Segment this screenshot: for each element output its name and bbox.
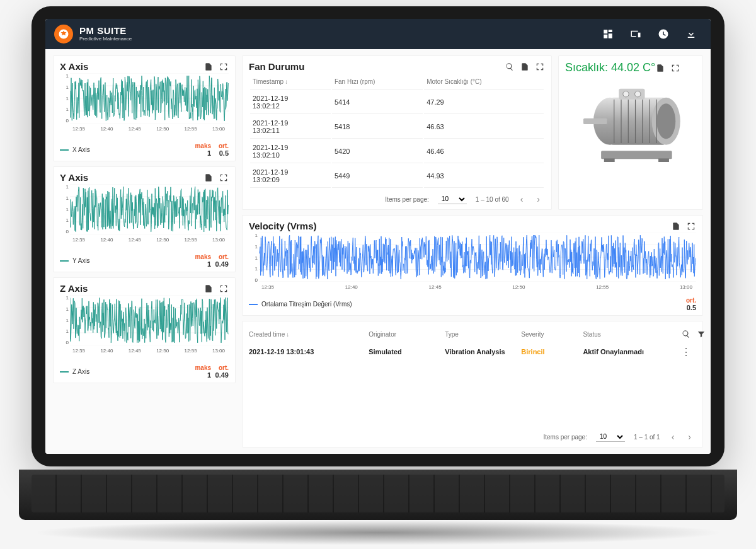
fullscreen-icon[interactable] — [219, 284, 229, 294]
z-axis-chart: 11110 12:3512:4012:4512:5012:5513:00 — [60, 295, 229, 363]
prev-page-icon[interactable]: ‹ — [518, 194, 526, 204]
z-axis-title: Z Axis — [60, 283, 203, 294]
svg-point-31 — [635, 91, 641, 97]
velocity-legend: Ortalama Titreşim Değeri (Vrms) — [261, 301, 352, 308]
legend-swatch — [60, 371, 69, 373]
severity-badge: Birincil — [521, 342, 579, 362]
topbar: PM SUITE Predictive Maintenance — [45, 19, 711, 49]
dashboard-content: X Axis 11110 12:3512:4012:4512:5012:5513… — [45, 49, 711, 454]
alarms-card: Created time↓ Originator Type Severity S… — [242, 321, 703, 448]
app-title: PM SUITE — [79, 26, 132, 37]
alarms-pager: Items per page: 10 1 – 1 of 1 ‹ › — [249, 427, 696, 443]
y-axis-title: Y Axis — [60, 172, 203, 183]
legend-swatch — [60, 260, 69, 262]
left-column: X Axis 11110 12:3512:4012:4512:5012:5513… — [53, 55, 236, 448]
velocity-title: Velocity (Vrms) — [249, 221, 671, 231]
fullscreen-icon[interactable] — [219, 173, 229, 183]
col-type[interactable]: Type — [445, 331, 517, 338]
x-axis-chart: 11110 12:3512:4012:4512:5012:5513:00 — [60, 73, 229, 141]
search-icon[interactable] — [681, 329, 691, 339]
export-icon[interactable] — [203, 284, 214, 294]
tablet-frame: PM SUITE Predictive Maintenance X Axis — [32, 6, 724, 466]
download-icon[interactable] — [684, 27, 698, 41]
y-axis-card: Y Axis 11110 12:3512:4012:4512:5012:5513… — [53, 166, 236, 272]
right-column: Fan Durumu Timestamp↓ Fan Hızı (rpm) Mot… — [242, 55, 703, 448]
col-temp[interactable]: Motor Sıcaklığı (°C) — [424, 74, 544, 90]
svg-point-30 — [623, 91, 629, 97]
svg-rect-15 — [601, 151, 672, 159]
x-axis-title: X Axis — [60, 61, 203, 72]
export-icon[interactable] — [203, 62, 214, 72]
export-icon[interactable] — [520, 62, 530, 72]
table-row[interactable]: 2021-12-1913:02:09544944.93 — [250, 165, 544, 188]
devices-icon[interactable] — [629, 27, 643, 41]
page-size-select[interactable]: 10 — [438, 194, 467, 204]
next-page-icon[interactable]: › — [685, 432, 694, 442]
fullscreen-icon[interactable] — [535, 62, 545, 72]
table-row[interactable]: 2021-12-1913:02:12541447.29 — [250, 91, 544, 114]
filter-icon[interactable] — [696, 329, 706, 339]
fullscreen-icon[interactable] — [670, 63, 680, 73]
table-row[interactable]: 2021-12-1913:02:10542046.46 — [250, 140, 544, 163]
col-severity[interactable]: Severity — [521, 331, 579, 338]
z-axis-card: Z Axis 11110 12:3512:4012:4512:5012:5513… — [53, 277, 236, 383]
svg-rect-32 — [583, 118, 607, 124]
fullscreen-icon[interactable] — [219, 62, 229, 72]
svg-rect-17 — [658, 158, 669, 162]
svg-rect-16 — [604, 158, 615, 162]
fullscreen-icon[interactable] — [686, 221, 696, 231]
fan-status-card: Fan Durumu Timestamp↓ Fan Hızı (rpm) Mot… — [242, 55, 552, 210]
velocity-chart: 11110 12:3512:4012:4512:5012:5513:00 — [249, 233, 696, 296]
export-icon[interactable] — [203, 173, 214, 183]
keyboard-mockup — [19, 470, 737, 520]
sort-desc-icon: ↓ — [285, 78, 288, 85]
next-page-icon[interactable]: › — [534, 194, 542, 204]
velocity-card: Velocity (Vrms) 11110 12:3512:4012:4512:… — [242, 215, 703, 316]
temperature-card: Sıcaklık: 44.02 C° — [558, 55, 703, 210]
app-screen: PM SUITE Predictive Maintenance X Axis — [45, 19, 711, 454]
x-axis-legend: X Axis — [72, 146, 90, 153]
app-logo-text: PM SUITE Predictive Maintenance — [79, 26, 132, 42]
col-created[interactable]: Created time↓ — [249, 331, 365, 338]
app-subtitle: Predictive Maintenance — [79, 37, 132, 42]
sort-desc-icon: ↓ — [286, 331, 289, 338]
fan-pager: Items per page: 10 1 – 10 of 60 ‹ › — [249, 189, 545, 205]
y-axis-chart: 11110 12:3512:4012:4512:5012:5513:00 — [60, 184, 229, 252]
page-range: 1 – 10 of 60 — [476, 196, 509, 203]
x-axis-card: X Axis 11110 12:3512:4012:4512:5012:5513… — [53, 55, 236, 161]
search-icon[interactable] — [505, 62, 515, 72]
temperature-title: Sıcaklık: 44.02 C° — [565, 61, 655, 74]
table-row[interactable]: 2021-12-1913:02:11541846.63 — [250, 115, 544, 139]
app-logo-icon — [54, 25, 73, 43]
fan-table: Timestamp↓ Fan Hızı (rpm) Motor Sıcaklığ… — [249, 73, 545, 189]
z-axis-legend: Z Axis — [72, 368, 89, 375]
y-axis-legend: Y Axis — [72, 257, 90, 264]
col-rpm[interactable]: Fan Hızı (rpm) — [332, 74, 423, 90]
alarm-row[interactable]: 2021-12-19 13:01:43 Simulated Vibration … — [249, 342, 696, 362]
export-icon[interactable] — [671, 221, 681, 231]
motor-image — [571, 77, 690, 171]
legend-swatch — [249, 304, 258, 305]
page-size-select[interactable]: 10 — [596, 432, 625, 442]
page-range: 1 – 1 of 1 — [634, 434, 660, 441]
svg-point-21 — [656, 103, 675, 139]
legend-swatch — [60, 149, 69, 151]
more-icon[interactable]: ⋮ — [681, 347, 691, 357]
export-icon[interactable] — [655, 63, 665, 73]
clock-icon[interactable] — [656, 27, 670, 41]
col-originator[interactable]: Originator — [369, 331, 441, 338]
fan-status-title: Fan Durumu — [249, 61, 505, 72]
dashboard-icon[interactable] — [601, 27, 615, 41]
col-status[interactable]: Status — [583, 331, 677, 338]
col-timestamp[interactable]: Timestamp↓ — [250, 74, 331, 90]
prev-page-icon[interactable]: ‹ — [669, 432, 677, 442]
